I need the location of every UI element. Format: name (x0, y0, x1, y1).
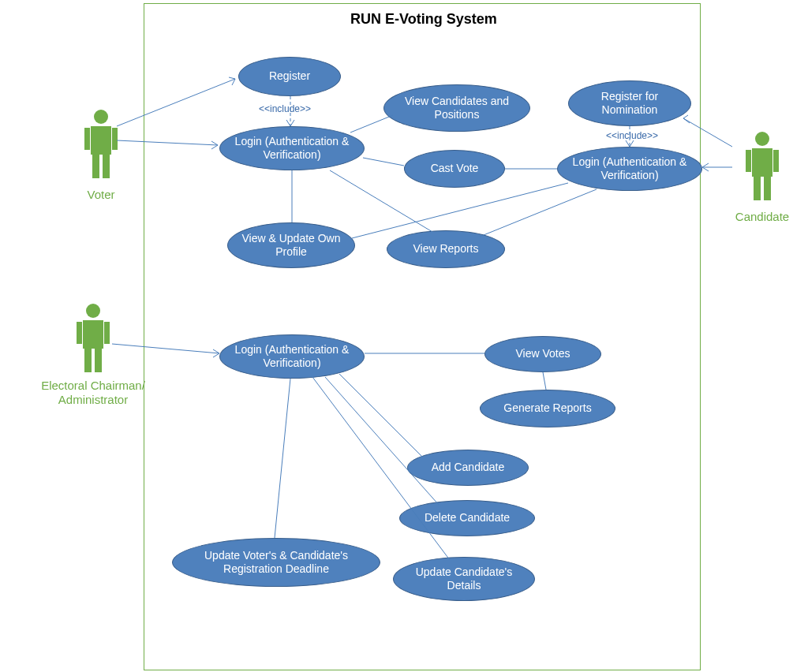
usecase-add-candidate: Add Candidate (407, 450, 529, 486)
actor-voter: Voter (77, 109, 125, 202)
svg-rect-15 (104, 322, 110, 344)
svg-rect-16 (84, 349, 92, 372)
person-icon (75, 303, 111, 375)
usecase-register-nomination: Register for Nomination (568, 80, 691, 126)
usecase-login-admin: Login (Authentication & Verification) (219, 334, 365, 379)
include-label-voter: <<include>> (259, 103, 311, 114)
usecase-view-update-profile: View & Update Own Profile (227, 222, 355, 268)
usecase-cast-vote: Cast Vote (404, 150, 505, 188)
svg-rect-14 (77, 322, 82, 344)
svg-rect-1 (91, 126, 111, 155)
svg-rect-10 (754, 177, 761, 200)
svg-rect-9 (773, 150, 779, 172)
actor-admin: Electoral Chairman/ Administrator (38, 303, 148, 407)
svg-rect-4 (92, 155, 99, 178)
usecase-update-deadline: Update Voter's & Candidate's Registratio… (172, 538, 380, 587)
actor-admin-label-2: Administrator (38, 393, 148, 407)
usecase-login-candidate: Login (Authentication & Verification) (557, 147, 702, 191)
svg-rect-17 (95, 349, 102, 372)
svg-point-12 (86, 304, 100, 318)
usecase-register: Register (238, 57, 341, 96)
person-icon (83, 109, 119, 181)
usecase-update-details: Update Candidate's Details (393, 557, 535, 601)
usecase-login-voter: Login (Authentication & Verification) (219, 126, 365, 170)
svg-rect-3 (112, 128, 118, 150)
usecase-view-reports: View Reports (387, 230, 505, 268)
svg-point-6 (755, 132, 769, 146)
actor-candidate: Candidate (731, 131, 794, 224)
svg-point-0 (94, 110, 108, 124)
svg-rect-7 (752, 148, 772, 177)
svg-rect-13 (83, 320, 103, 349)
include-label-candidate: <<include>> (606, 130, 658, 141)
usecase-generate-reports: Generate Reports (480, 390, 615, 427)
person-icon (744, 131, 780, 203)
actor-voter-label: Voter (77, 188, 125, 202)
svg-rect-2 (84, 128, 90, 150)
svg-rect-8 (746, 150, 751, 172)
actor-candidate-label: Candidate (731, 210, 794, 224)
usecase-view-candidates: View Candidates and Positions (383, 84, 530, 132)
usecase-view-votes: View Votes (484, 336, 601, 372)
usecase-delete-candidate: Delete Candidate (399, 500, 535, 536)
actor-admin-label-1: Electoral Chairman/ (38, 379, 148, 393)
svg-rect-11 (764, 177, 771, 200)
svg-rect-5 (103, 155, 110, 178)
diagram-title: RUN E-Voting System (350, 11, 497, 28)
